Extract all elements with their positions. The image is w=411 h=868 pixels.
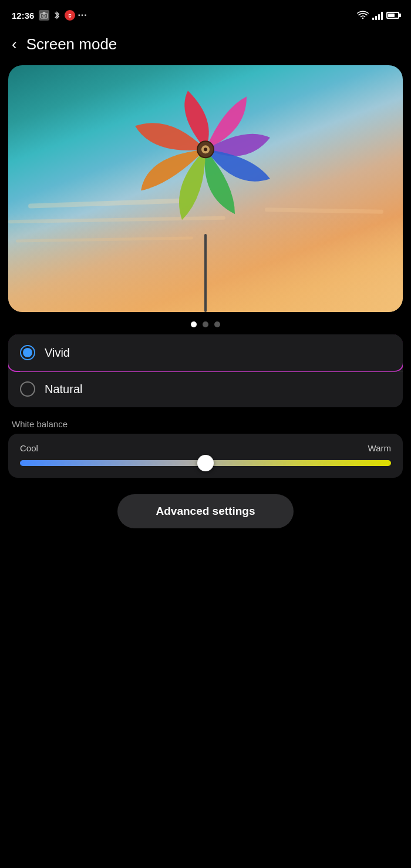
warm-label: Warm — [368, 443, 391, 453]
option-natural[interactable]: Natural — [8, 371, 403, 407]
option-vivid-label: Vivid — [45, 346, 70, 360]
status-bar: 12:36 ··· — [0, 0, 411, 28]
wb-labels: Cool Warm — [20, 443, 391, 453]
white-balance-label: White balance — [0, 407, 411, 434]
advanced-settings-button[interactable]: Advanced settings — [117, 494, 294, 528]
dot-3[interactable] — [214, 321, 220, 327]
back-button[interactable]: ‹ — [9, 33, 19, 56]
svg-point-6 — [204, 148, 207, 151]
radio-natural[interactable] — [20, 381, 35, 397]
wifi-icon — [357, 11, 369, 20]
preview-image-container — [8, 65, 403, 312]
overflow-dots-icon: ··· — [78, 10, 87, 21]
dnd-icon — [65, 10, 75, 21]
options-container: Vivid Natural — [8, 334, 403, 407]
radio-vivid[interactable] — [20, 345, 35, 360]
dots-indicator — [0, 312, 411, 334]
header: ‹ Screen mode — [0, 28, 411, 65]
advanced-settings-container: Advanced settings — [0, 478, 411, 540]
radio-vivid-inner — [23, 348, 32, 357]
option-vivid[interactable]: Vivid — [8, 334, 403, 371]
cool-label: Cool — [20, 443, 38, 453]
dot-1[interactable] — [191, 321, 197, 327]
status-right — [357, 11, 399, 20]
status-icons: ··· — [39, 10, 87, 21]
status-left: 12:36 ··· — [12, 10, 87, 21]
wb-slider-thumb[interactable] — [197, 455, 214, 471]
battery-icon — [386, 12, 399, 19]
page-title: Screen mode — [26, 35, 117, 53]
dot-2[interactable] — [203, 321, 208, 327]
preview-image — [8, 65, 403, 312]
option-natural-label: Natural — [45, 383, 82, 396]
pinwheel-container — [123, 77, 288, 312]
pinwheel-svg — [129, 77, 282, 234]
white-balance-container: Cool Warm — [8, 434, 403, 478]
wb-slider-track[interactable] — [20, 460, 391, 466]
photo-icon — [39, 10, 49, 21]
svg-point-1 — [43, 15, 45, 17]
signal-icon — [372, 11, 383, 20]
svg-rect-0 — [41, 14, 48, 18]
bluetooth-icon — [52, 10, 62, 21]
status-time: 12:36 — [12, 11, 34, 21]
svg-rect-2 — [43, 12, 46, 14]
pinwheel-stick — [204, 234, 207, 312]
